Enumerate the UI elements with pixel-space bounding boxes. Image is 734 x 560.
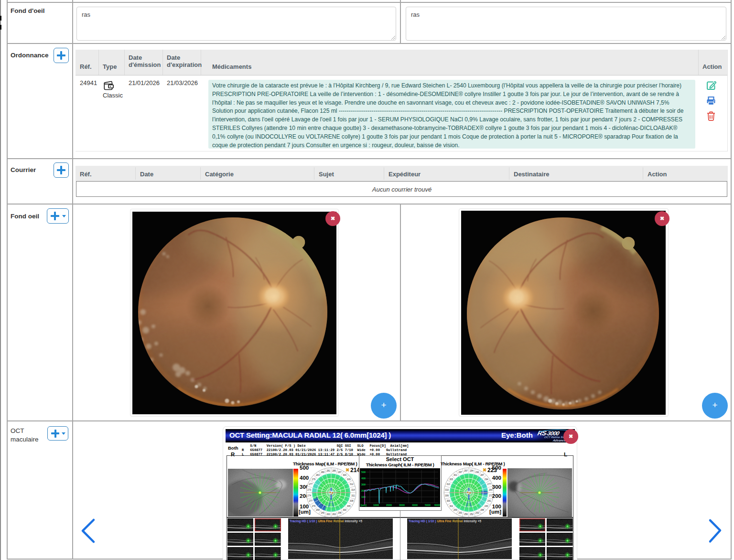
svg-text:301: 301: [453, 474, 457, 476]
svg-text:287: 287: [480, 474, 484, 476]
svg-text:Tracing HD ( 1/10 ) Ultra Fine: Tracing HD ( 1/10 ) Ultra Fine Retinal I…: [290, 519, 362, 523]
svg-text:279: 279: [312, 505, 315, 507]
svg-text:500: 500: [361, 471, 366, 474]
svg-text:302: 302: [449, 505, 453, 507]
svg-text:294: 294: [470, 470, 474, 472]
svg-text:273: 273: [307, 488, 311, 491]
svg-text:300: 300: [361, 483, 366, 486]
svg-text:285: 285: [332, 469, 336, 472]
svg-text:274: 274: [307, 494, 311, 496]
svg-text:304: 304: [343, 474, 346, 476]
svg-text:281: 281: [487, 500, 491, 502]
svg-text:258: 258: [316, 509, 320, 511]
svg-text:294: 294: [484, 478, 488, 480]
svg-text:300: 300: [343, 509, 346, 511]
svg-text:297: 297: [464, 470, 468, 472]
svg-text:314: 314: [351, 488, 355, 491]
svg-text:283: 283: [316, 474, 320, 476]
svg-text:287: 287: [338, 471, 342, 473]
svg-text:256: 256: [464, 513, 468, 516]
svg-text:263: 263: [326, 513, 330, 516]
svg-text:280: 280: [321, 471, 324, 473]
svg-text:4000: 4000: [412, 504, 418, 506]
svg-text:[um]: [um]: [361, 504, 367, 506]
svg-text:Tracing HD ( 1/10 ) Ultra Fine: Tracing HD ( 1/10 ) Ultra Fine Retinal I…: [409, 519, 481, 523]
svg-text:296: 296: [338, 512, 342, 514]
svg-text:313: 313: [446, 483, 450, 485]
svg-text:100: 100: [361, 495, 366, 498]
svg-text:1000: 1000: [373, 504, 379, 506]
svg-text:250: 250: [458, 512, 462, 514]
svg-text:279: 279: [312, 478, 315, 480]
svg-text:300: 300: [446, 500, 450, 502]
svg-text:292: 292: [475, 471, 479, 474]
svg-text:308: 308: [350, 500, 354, 502]
svg-text:5000: 5000: [425, 504, 431, 506]
svg-text:310: 310: [445, 488, 449, 491]
svg-text:283: 283: [484, 505, 488, 507]
svg-text:263: 263: [475, 512, 479, 514]
svg-text:306: 306: [445, 494, 449, 496]
svg-text:252: 252: [470, 513, 474, 516]
svg-text:309: 309: [347, 478, 351, 480]
svg-text:277: 277: [309, 483, 313, 485]
svg-text:311: 311: [351, 494, 355, 496]
svg-text:240: 240: [321, 512, 324, 514]
svg-text:400: 400: [361, 477, 366, 480]
svg-text:365: 365: [347, 505, 351, 507]
svg-text:288: 288: [480, 509, 484, 511]
svg-text:281: 281: [326, 469, 330, 472]
svg-text:263: 263: [332, 513, 336, 516]
svg-text:297: 297: [458, 471, 462, 474]
svg-text:6000: 6000: [434, 504, 440, 506]
svg-text:2000: 2000: [386, 504, 392, 506]
svg-text:277: 277: [309, 500, 313, 502]
svg-text:259: 259: [453, 509, 457, 511]
svg-text:312: 312: [350, 483, 354, 485]
svg-text:3000: 3000: [399, 504, 405, 506]
svg-text:305: 305: [449, 478, 453, 480]
